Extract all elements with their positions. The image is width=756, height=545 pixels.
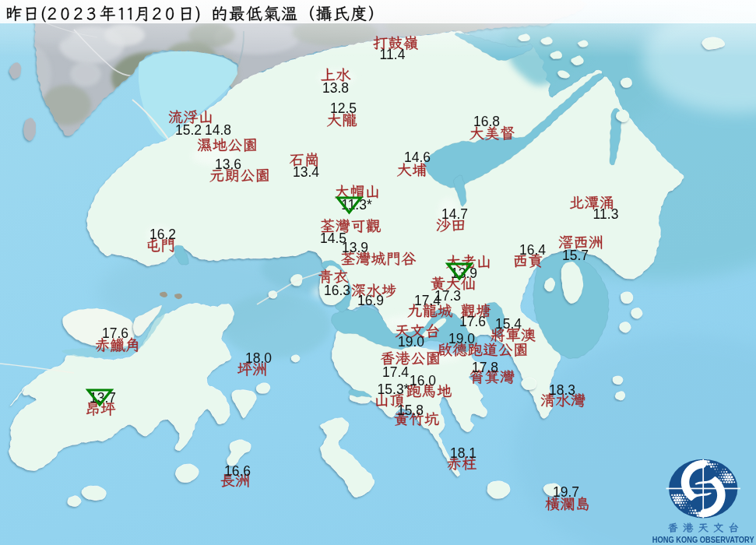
svg-text:19.0: 19.0: [448, 331, 475, 346]
svg-text:HONG KONG OBSERVATORY: HONG KONG OBSERVATORY: [652, 535, 754, 544]
svg-text:16.0: 16.0: [410, 373, 436, 389]
svg-text:13.4: 13.4: [293, 164, 319, 180]
svg-text:18.1: 18.1: [450, 445, 476, 461]
svg-text:18.3: 18.3: [549, 382, 575, 398]
svg-text:14.7: 14.7: [441, 206, 468, 222]
svg-text:16.6: 16.6: [224, 463, 251, 479]
svg-text:13.6: 13.6: [215, 156, 241, 172]
svg-text:11.4: 11.4: [380, 47, 406, 62]
svg-text:14.6: 14.6: [404, 149, 431, 165]
svg-text:19.7: 19.7: [553, 484, 579, 500]
svg-text:15.4: 15.4: [495, 316, 522, 332]
svg-text:15.2: 15.2: [175, 122, 202, 138]
svg-text:14.8: 14.8: [205, 122, 231, 138]
svg-text:17.6: 17.6: [102, 325, 128, 341]
svg-text:16.8: 16.8: [473, 114, 500, 129]
svg-text:16.3: 16.3: [324, 283, 350, 298]
svg-text:16.9: 16.9: [357, 293, 384, 308]
svg-text:17.4: 17.4: [382, 364, 409, 380]
svg-text:17.6: 17.6: [459, 314, 486, 329]
svg-text:15.3*: 15.3*: [378, 382, 410, 397]
svg-text:13.9: 13.9: [342, 240, 368, 255]
svg-text:19.0: 19.0: [398, 334, 424, 350]
svg-text:18.0: 18.0: [245, 350, 272, 366]
svg-text:12.5: 12.5: [330, 100, 357, 116]
svg-text:15.7: 15.7: [562, 248, 589, 263]
svg-text:17.8: 17.8: [472, 360, 498, 375]
svg-text:16.4: 16.4: [519, 242, 546, 258]
svg-text:16.2: 16.2: [149, 227, 176, 242]
svg-text:11.3: 11.3: [593, 206, 619, 222]
svg-text:13.8: 13.8: [322, 80, 349, 96]
svg-text:15.8: 15.8: [397, 403, 424, 418]
svg-text:17.4: 17.4: [414, 293, 441, 308]
